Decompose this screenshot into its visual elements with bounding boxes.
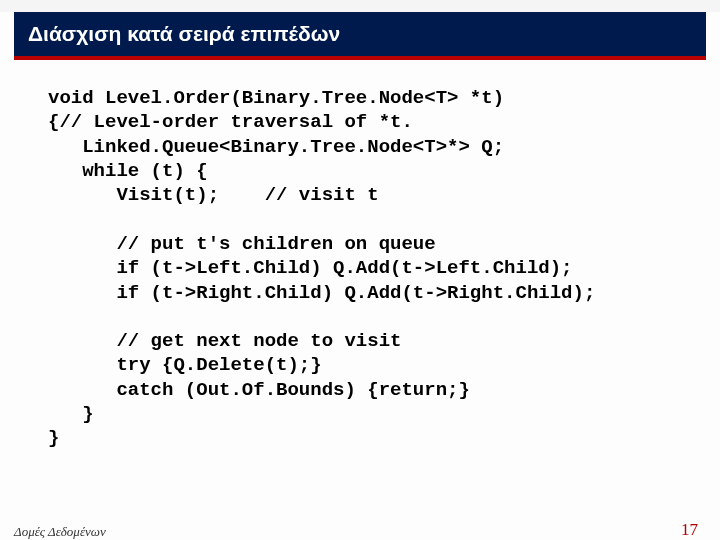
page-number: 17 bbox=[681, 520, 698, 540]
footer-left: Δομές Δεδομένων bbox=[14, 524, 106, 540]
slide-title: Διάσχιση κατά σειρά επιπέδων bbox=[14, 12, 706, 56]
slide: Διάσχιση κατά σειρά επιπέδων void Level.… bbox=[0, 12, 720, 540]
code-block: void Level.Order(Binary.Tree.Node<T> *t)… bbox=[0, 60, 720, 451]
